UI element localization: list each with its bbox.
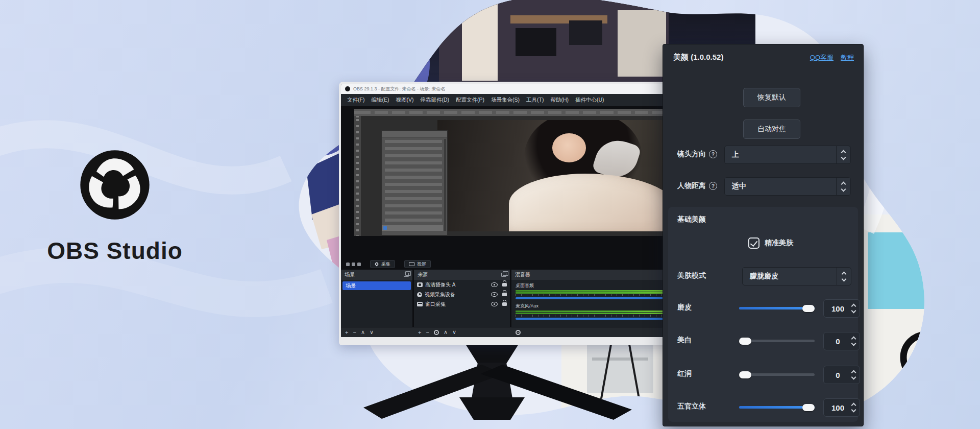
portrait-photo — [437, 120, 693, 231]
add-scene-button[interactable]: + — [345, 329, 348, 336]
camera-direction-select[interactable]: 上 — [724, 146, 851, 164]
panel-scrollbar[interactable] — [444, 139, 446, 231]
tutorial-link[interactable]: 教程 — [841, 53, 854, 62]
capture-badge[interactable]: 采集 — [370, 260, 395, 268]
sources-dock: 来源 高清摄像头 A 视频采集设备 — [414, 270, 510, 327]
camera-direction-label: 镜头方向? — [677, 150, 717, 159]
menu-profile[interactable]: 配置文件(P) — [456, 97, 484, 104]
smoothing-slider[interactable] — [739, 307, 815, 309]
obs-menubar: 文件(F) 编辑(E) 视图(V) 停靠部件(D) 配置文件(P) 场景集合(S… — [341, 94, 696, 106]
scene-item-selected[interactable]: 场景 — [342, 281, 411, 290]
visibility-eye-icon[interactable] — [491, 282, 498, 287]
rosy-slider[interactable] — [739, 373, 815, 376]
checkbox-checked-icon[interactable] — [748, 237, 760, 249]
menu-tools[interactable]: 工具(T) — [526, 97, 544, 104]
whitening-spinbox[interactable]: 0 — [823, 332, 860, 350]
monitor: OBS 29.1.3 - 配置文件: 未命名 - 场景: 未命名 文件(F) 编… — [339, 82, 696, 345]
skin-mode-select[interactable]: 朦胧磨皮 — [742, 267, 851, 285]
portrait-dress — [509, 174, 678, 231]
remove-scene-button[interactable]: − — [353, 329, 356, 336]
spin-down-icon[interactable] — [851, 408, 856, 413]
source-properties-gear-icon[interactable] — [434, 330, 439, 335]
menu-edit[interactable]: 编辑(E) — [371, 97, 389, 104]
facial-depth-label: 五官立体 — [677, 402, 706, 411]
move-down-button[interactable]: ∨ — [370, 329, 374, 336]
facial-depth-spinbox[interactable]: 100 — [823, 398, 860, 417]
move-up-button[interactable]: ∧ — [444, 329, 448, 336]
basic-beauty-title: 基础美颜 — [677, 215, 706, 224]
move-up-button[interactable]: ∧ — [361, 329, 365, 336]
spin-down-icon[interactable] — [851, 308, 856, 314]
source-row-video[interactable]: 视频采集设备 — [414, 290, 510, 299]
whitening-slider[interactable] — [739, 340, 815, 342]
spin-down-icon[interactable] — [851, 341, 856, 346]
editor-options-bar — [354, 109, 696, 116]
video-icon — [417, 292, 422, 297]
dock-toolbars: + − ∧ ∨ + − ∧ ∨ — [341, 327, 696, 337]
lock-icon[interactable] — [502, 283, 507, 287]
project-badge[interactable]: 投屏 — [404, 260, 431, 268]
menu-view[interactable]: 视图(V) — [396, 97, 413, 104]
rosy-label: 红润 — [677, 369, 692, 378]
smoothing-label: 磨皮 — [677, 303, 692, 312]
obs-window-title: OBS 29.1.3 - 配置文件: 未命名 - 场景: 未命名 — [353, 86, 446, 92]
menu-help[interactable]: 帮助(H) — [550, 97, 569, 104]
slider-knob[interactable] — [802, 404, 815, 411]
window-icon — [417, 302, 423, 306]
whitening-label: 美白 — [677, 336, 692, 345]
slider-knob[interactable] — [739, 371, 751, 378]
dock-popout-icon[interactable] — [404, 273, 409, 277]
reset-defaults-button[interactable]: 恢复默认 — [743, 88, 800, 107]
obs-logo-icon — [78, 148, 152, 222]
move-down-button[interactable]: ∨ — [452, 329, 456, 336]
menu-scene-collection[interactable]: 场景集合(S) — [491, 97, 520, 104]
dock-popout-icon[interactable] — [501, 273, 506, 277]
lock-icon[interactable] — [502, 302, 507, 306]
camera-icon — [417, 282, 423, 287]
autofocus-button[interactable]: 自动对焦 — [743, 120, 800, 139]
slider-knob[interactable] — [739, 338, 751, 345]
facial-depth-slider[interactable] — [739, 406, 815, 409]
obs-docks: 场景 场景 来源 高清摄像头 A — [341, 270, 696, 337]
subject-distance-select[interactable]: 适中 — [724, 177, 851, 196]
preview-mini-icons — [346, 263, 361, 266]
editor-canvas — [361, 116, 696, 236]
preview-footer-strip: 采集 投屏 — [341, 258, 696, 270]
editor-tool-strip — [354, 116, 361, 236]
menu-file[interactable]: 文件(F) — [347, 97, 364, 104]
qq-support-link[interactable]: QQ客服 — [810, 53, 834, 62]
editor-history-panel — [381, 130, 448, 235]
help-icon[interactable]: ? — [709, 150, 717, 158]
screen-icon — [409, 262, 414, 266]
obs-titlebar: OBS 29.1.3 - 配置文件: 未命名 - 场景: 未命名 — [341, 84, 696, 94]
visibility-eye-icon[interactable] — [491, 292, 498, 297]
spin-down-icon[interactable] — [851, 375, 856, 380]
rosy-spinbox[interactable]: 0 — [823, 366, 860, 384]
visibility-eye-icon[interactable] — [491, 302, 498, 306]
menu-docks[interactable]: 停靠部件(D) — [420, 97, 449, 104]
source-row-window[interactable]: 窗口采集 — [414, 299, 510, 309]
precise-skin-checkbox-row[interactable]: 精准美肤 — [748, 237, 793, 249]
obs-app-icon — [345, 86, 350, 91]
slider-knob[interactable] — [802, 305, 815, 312]
beauty-panel-title: 美颜 (1.0.0.52) — [673, 53, 723, 62]
skin-mode-label: 美肤模式 — [677, 271, 706, 280]
source-row-camera[interactable]: 高清摄像头 A — [414, 280, 510, 290]
select-spinner[interactable] — [836, 146, 850, 163]
mixer-settings-gear-icon[interactable] — [516, 330, 521, 335]
select-spinner[interactable] — [836, 178, 850, 195]
basic-beauty-group: 基础美颜 精准美肤 美肤模式 朦胧磨皮 磨皮 100 美白 — [668, 207, 858, 422]
lock-icon[interactable] — [502, 293, 507, 296]
brand-wordmark: OBS Studio — [31, 237, 199, 265]
scenes-dock: 场景 场景 — [341, 270, 412, 327]
promo-stage: OBS Studio OBS 29.1.3 - 配置文件: 未命名 - 场景: … — [0, 0, 980, 429]
add-source-button[interactable]: + — [418, 329, 421, 336]
obs-preview — [341, 106, 696, 258]
captured-editor-window — [354, 109, 696, 236]
remove-source-button[interactable]: − — [426, 329, 429, 336]
smoothing-spinbox[interactable]: 100 — [823, 299, 860, 318]
select-spinner[interactable] — [837, 268, 851, 285]
portrait-face — [552, 133, 585, 162]
menu-plugin-center[interactable]: 插件中心(U) — [575, 97, 604, 104]
help-icon[interactable]: ? — [709, 182, 717, 190]
